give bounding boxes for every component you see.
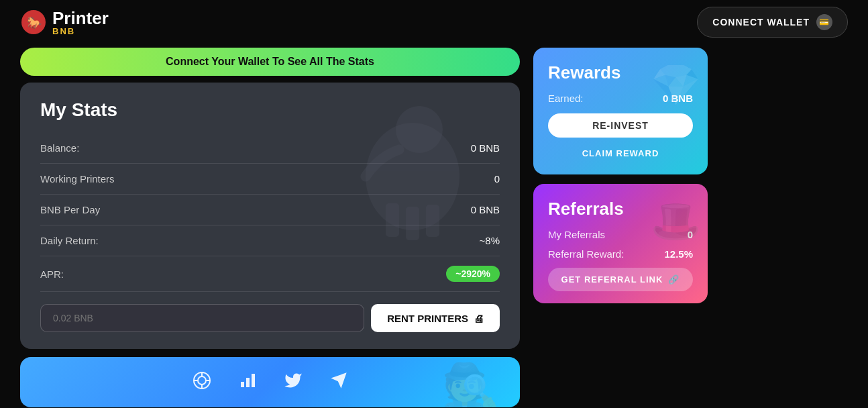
wallet-icon: 💳 — [816, 14, 832, 30]
earned-label: Earned: — [548, 93, 584, 104]
referrals-bg-icon: 🎩 — [651, 197, 701, 245]
rewards-bg-icon: 💎 — [651, 61, 701, 109]
logo-area: 🐎 Printer BNB — [20, 9, 109, 36]
referral-reward-value: 12.5% — [664, 248, 693, 260]
input-row: RENT PRINTERS 🖨 — [40, 304, 500, 332]
social-icon-network[interactable] — [193, 371, 211, 394]
claim-label: CLAIM REWARD — [582, 148, 659, 158]
stat-row-apr: APR: ~2920% — [40, 256, 500, 292]
bnb-per-day-label: BNB Per Day — [40, 204, 100, 215]
printers-label: Working Printers — [40, 173, 115, 185]
logo-text: Printer BNB — [52, 9, 109, 36]
get-referral-label: GET REFERRAL LINK — [561, 274, 663, 285]
referral-reward-row: Referral Reward: 12.5% — [548, 248, 693, 260]
svg-point-8 — [198, 376, 206, 385]
rent-printers-button[interactable]: RENT PRINTERS 🖨 — [371, 304, 500, 332]
stats-card: My Stats Balance: 0 BNB Working Printers… — [20, 83, 520, 349]
my-referrals-label: My Referrals — [548, 229, 605, 240]
social-icon-twitter[interactable] — [284, 371, 303, 394]
header: 🐎 Printer BNB CONNECT WALLET 💳 — [0, 0, 868, 44]
reinvest-button[interactable]: RE-INVEST — [548, 113, 693, 138]
referral-reward-label: Referral Reward: — [548, 248, 624, 260]
svg-rect-14 — [246, 378, 250, 387]
social-icon-telegram[interactable] — [329, 371, 348, 394]
logo-title: Printer — [52, 9, 109, 27]
bnb-input[interactable] — [40, 304, 364, 332]
reinvest-label: RE-INVEST — [592, 120, 649, 131]
svg-rect-15 — [252, 374, 255, 387]
logo-subtitle: BNB — [52, 27, 109, 36]
social-bar: 🕵 — [20, 357, 520, 407]
referrals-card: 🎩 Referrals My Referrals 0 Referral Rewa… — [533, 184, 708, 303]
rewards-card: 💎 Rewards Earned: 0 BNB RE-INVEST CLAIM … — [533, 48, 708, 174]
daily-return-label: Daily Return: — [40, 235, 99, 246]
connect-wallet-button[interactable]: CONNECT WALLET 💳 — [697, 7, 848, 38]
social-icon-chart[interactable] — [238, 371, 257, 394]
balance-label: Balance: — [40, 142, 79, 154]
right-panel: 💎 Rewards Earned: 0 BNB RE-INVEST CLAIM … — [533, 48, 708, 407]
connect-wallet-label: CONNECT WALLET — [712, 17, 810, 28]
printers-value: 0 — [494, 173, 500, 185]
social-bar-bg-icon: 🕵 — [441, 360, 500, 407]
referral-icon: 🔗 — [668, 274, 680, 285]
rent-btn-label: RENT PRINTERS — [387, 313, 468, 324]
stat-row-bnb-per-day: BNB Per Day 0 BNB — [40, 195, 500, 225]
get-referral-link-button[interactable]: GET REFERRAL LINK 🔗 — [548, 268, 693, 291]
stat-row-printers: Working Printers 0 — [40, 164, 500, 195]
claim-reward-button[interactable]: CLAIM REWARD — [548, 144, 693, 162]
left-panel: Connect Your Wallet To See All The Stats… — [20, 48, 520, 407]
svg-rect-13 — [241, 382, 244, 387]
svg-text:🐎: 🐎 — [27, 15, 42, 30]
apr-badge: ~2920% — [446, 266, 500, 282]
stat-row-balance: Balance: 0 BNB — [40, 133, 500, 164]
main-container: Connect Your Wallet To See All The Stats… — [0, 48, 868, 407]
balance-value: 0 BNB — [471, 142, 500, 154]
daily-return-value: ~8% — [480, 235, 500, 246]
stats-title: My Stats — [40, 99, 500, 121]
stat-row-daily-return: Daily Return: ~8% — [40, 225, 500, 256]
apr-label: APR: — [40, 268, 64, 280]
connect-banner: Connect Your Wallet To See All The Stats — [20, 48, 520, 76]
bnb-per-day-value: 0 BNB — [471, 204, 500, 215]
logo-icon: 🐎 — [20, 9, 47, 36]
printer-icon: 🖨 — [474, 313, 484, 324]
banner-text: Connect Your Wallet To See All The Stats — [166, 56, 374, 67]
